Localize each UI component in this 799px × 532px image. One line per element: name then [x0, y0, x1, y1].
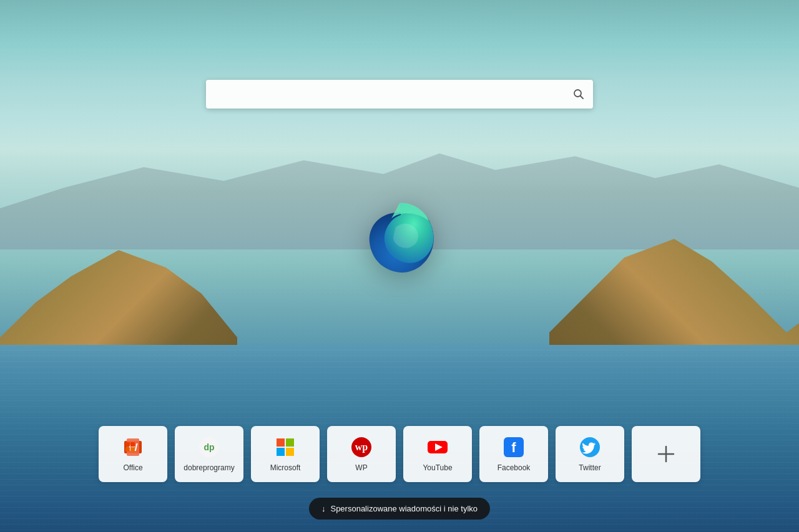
- quick-link-add[interactable]: [632, 426, 700, 482]
- svg-rect-6: [130, 442, 135, 447]
- bottom-bar[interactable]: ↓ Spersonalizowane wiadomości i nie tylk…: [309, 498, 490, 520]
- svg-line-1: [581, 96, 584, 99]
- quick-links-container: W Office dp dobreprogramy: [99, 426, 700, 482]
- youtube-label: YouTube: [423, 463, 452, 472]
- wp-icon: wp: [350, 436, 373, 458]
- bottom-bar-arrow: ↓: [321, 504, 326, 513]
- search-input[interactable]: [206, 80, 593, 109]
- twitter-label: Twitter: [579, 463, 600, 472]
- svg-rect-5: [125, 442, 130, 447]
- svg-rect-8: [130, 447, 135, 452]
- dobreprogramy-icon: dp: [198, 436, 220, 458]
- svg-text:wp: wp: [355, 442, 368, 453]
- facebook-icon: f: [502, 436, 525, 458]
- svg-rect-14: [286, 448, 294, 456]
- svg-text:f: f: [511, 440, 516, 455]
- quick-link-office[interactable]: W Office: [99, 426, 167, 482]
- svg-text:dp: dp: [203, 442, 214, 452]
- quick-link-microsoft[interactable]: Microsoft: [251, 426, 320, 482]
- quick-link-youtube[interactable]: YouTube: [403, 426, 472, 482]
- office-icon: W: [122, 436, 144, 458]
- office-label: Office: [123, 463, 142, 472]
- facebook-label: Facebook: [498, 463, 531, 472]
- bottom-bar-label: Spersonalizowane wiadomości i nie tylko: [330, 504, 478, 513]
- microsoft-icon: [274, 436, 297, 458]
- wp-label: WP: [355, 463, 367, 472]
- twitter-icon: [579, 436, 601, 458]
- search-container: [206, 80, 593, 109]
- add-icon: [655, 443, 677, 465]
- youtube-icon: [426, 436, 449, 458]
- svg-rect-12: [286, 438, 294, 447]
- quick-link-dobreprogramy[interactable]: dp dobreprogramy: [175, 426, 243, 482]
- quick-link-wp[interactable]: wp WP: [327, 426, 396, 482]
- edge-logo: [350, 193, 449, 293]
- quick-link-facebook[interactable]: f Facebook: [479, 426, 548, 482]
- search-button[interactable]: [564, 80, 593, 109]
- quick-link-twitter[interactable]: Twitter: [556, 426, 624, 482]
- search-icon: [573, 89, 584, 100]
- svg-rect-11: [277, 438, 285, 447]
- svg-rect-7: [125, 447, 130, 452]
- dobreprogramy-label: dobreprogramy: [184, 463, 234, 472]
- svg-rect-13: [277, 448, 285, 456]
- microsoft-label: Microsoft: [270, 463, 301, 472]
